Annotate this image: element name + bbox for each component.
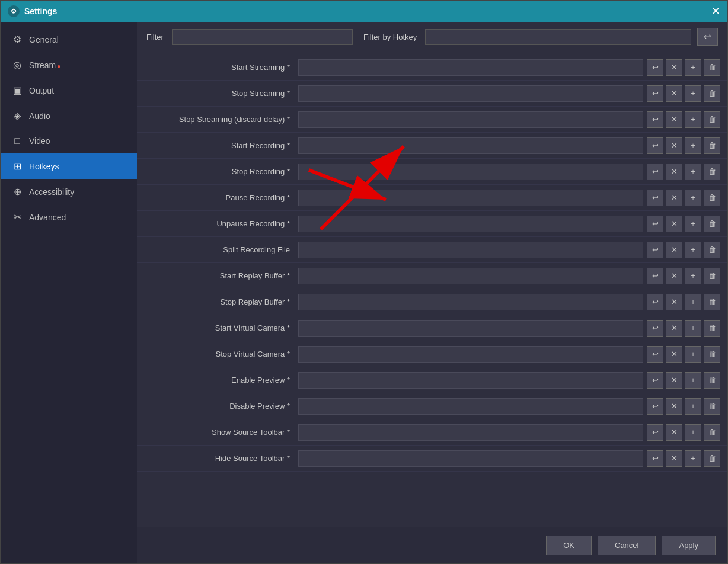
delete-button[interactable]: 🗑 bbox=[704, 398, 720, 415]
undo-button[interactable]: ↩ bbox=[647, 320, 663, 337]
hotkey-row: Stop Streaming *↩✕+🗑 bbox=[137, 81, 727, 107]
add-button[interactable]: + bbox=[685, 137, 701, 154]
hotkey-input[interactable] bbox=[298, 59, 643, 76]
delete-button[interactable]: 🗑 bbox=[704, 346, 720, 363]
filter-input[interactable] bbox=[172, 29, 353, 45]
cancel-button[interactable]: Cancel bbox=[598, 536, 656, 555]
clear-button[interactable]: ✕ bbox=[666, 346, 682, 363]
undo-button[interactable]: ↩ bbox=[647, 137, 663, 154]
undo-button[interactable]: ↩ bbox=[647, 164, 663, 180]
clear-button[interactable]: ✕ bbox=[666, 85, 682, 102]
delete-button[interactable]: 🗑 bbox=[704, 164, 720, 180]
delete-button[interactable]: 🗑 bbox=[704, 450, 720, 467]
delete-button[interactable]: 🗑 bbox=[704, 190, 720, 206]
delete-button[interactable]: 🗑 bbox=[704, 242, 720, 258]
delete-button[interactable]: 🗑 bbox=[704, 111, 720, 128]
delete-button[interactable]: 🗑 bbox=[704, 85, 720, 102]
filter-hotkey-input[interactable] bbox=[425, 29, 691, 45]
clear-button[interactable]: ✕ bbox=[666, 164, 682, 180]
undo-button[interactable]: ↩ bbox=[647, 424, 663, 441]
add-button[interactable]: + bbox=[685, 111, 701, 128]
hotkey-input[interactable] bbox=[298, 268, 643, 284]
undo-button[interactable]: ↩ bbox=[647, 111, 663, 128]
add-button[interactable]: + bbox=[685, 59, 701, 76]
clear-button[interactable]: ✕ bbox=[666, 372, 682, 389]
hotkey-input[interactable] bbox=[298, 137, 643, 154]
undo-button[interactable]: ↩ bbox=[647, 346, 663, 363]
sidebar-item-accessibility[interactable]: ⊕Accessibility bbox=[1, 179, 137, 204]
clear-button[interactable]: ✕ bbox=[666, 268, 682, 284]
add-button[interactable]: + bbox=[685, 85, 701, 102]
delete-button[interactable]: 🗑 bbox=[704, 372, 720, 389]
add-button[interactable]: + bbox=[685, 320, 701, 337]
clear-button[interactable]: ✕ bbox=[666, 450, 682, 467]
sidebar-label-hotkeys: Hotkeys bbox=[29, 162, 59, 171]
undo-button[interactable]: ↩ bbox=[647, 398, 663, 415]
close-button[interactable]: ✕ bbox=[711, 6, 720, 17]
back-button[interactable]: ↩ bbox=[697, 28, 718, 46]
delete-button[interactable]: 🗑 bbox=[704, 137, 720, 154]
undo-button[interactable]: ↩ bbox=[647, 242, 663, 258]
apply-button[interactable]: Apply bbox=[662, 536, 716, 555]
sidebar-item-advanced[interactable]: ✂Advanced bbox=[1, 204, 137, 230]
undo-button[interactable]: ↩ bbox=[647, 294, 663, 310]
clear-button[interactable]: ✕ bbox=[666, 111, 682, 128]
sidebar-item-audio[interactable]: ◈Audio bbox=[1, 103, 137, 129]
sidebar-item-stream[interactable]: ◎Stream● bbox=[1, 52, 137, 78]
add-button[interactable]: + bbox=[685, 398, 701, 415]
add-button[interactable]: + bbox=[685, 268, 701, 284]
sidebar-item-general[interactable]: ⚙General bbox=[1, 27, 137, 52]
sidebar-item-output[interactable]: ▣Output bbox=[1, 78, 137, 103]
hotkey-input[interactable] bbox=[298, 164, 643, 180]
sidebar-label-accessibility: Accessibility bbox=[29, 187, 74, 197]
add-button[interactable]: + bbox=[685, 346, 701, 363]
add-button[interactable]: + bbox=[685, 216, 701, 232]
clear-button[interactable]: ✕ bbox=[666, 59, 682, 76]
hotkey-input[interactable] bbox=[298, 424, 643, 441]
add-button[interactable]: + bbox=[685, 372, 701, 389]
sidebar-item-video[interactable]: □Video bbox=[1, 129, 137, 153]
add-button[interactable]: + bbox=[685, 190, 701, 206]
undo-button[interactable]: ↩ bbox=[647, 85, 663, 102]
clear-button[interactable]: ✕ bbox=[666, 242, 682, 258]
hotkey-input[interactable] bbox=[298, 111, 643, 128]
hotkey-input[interactable] bbox=[298, 294, 643, 310]
ok-button[interactable]: OK bbox=[546, 536, 592, 555]
delete-button[interactable]: 🗑 bbox=[704, 424, 720, 441]
hotkey-input[interactable] bbox=[298, 398, 643, 415]
add-button[interactable]: + bbox=[685, 450, 701, 467]
hotkey-input[interactable] bbox=[298, 320, 643, 337]
clear-button[interactable]: ✕ bbox=[666, 320, 682, 337]
clear-button[interactable]: ✕ bbox=[666, 190, 682, 206]
undo-button[interactable]: ↩ bbox=[647, 190, 663, 206]
clear-button[interactable]: ✕ bbox=[666, 424, 682, 441]
hotkey-input[interactable] bbox=[298, 450, 643, 467]
undo-button[interactable]: ↩ bbox=[647, 372, 663, 389]
sidebar-item-hotkeys[interactable]: ⊞Hotkeys bbox=[1, 153, 137, 179]
hotkey-input[interactable] bbox=[298, 85, 643, 102]
hotkey-input[interactable] bbox=[298, 216, 643, 232]
hotkey-input[interactable] bbox=[298, 190, 643, 206]
add-button[interactable]: + bbox=[685, 164, 701, 180]
add-button[interactable]: + bbox=[685, 424, 701, 441]
sidebar-label-output: Output bbox=[29, 86, 54, 95]
undo-button[interactable]: ↩ bbox=[647, 268, 663, 284]
undo-button[interactable]: ↩ bbox=[647, 216, 663, 232]
clear-button[interactable]: ✕ bbox=[666, 137, 682, 154]
clear-button[interactable]: ✕ bbox=[666, 398, 682, 415]
hotkey-input[interactable] bbox=[298, 346, 643, 363]
add-button[interactable]: + bbox=[685, 294, 701, 310]
hotkey-input[interactable] bbox=[298, 242, 643, 258]
clear-button[interactable]: ✕ bbox=[666, 294, 682, 310]
delete-button[interactable]: 🗑 bbox=[704, 216, 720, 232]
delete-button[interactable]: 🗑 bbox=[704, 294, 720, 310]
clear-button[interactable]: ✕ bbox=[666, 216, 682, 232]
add-button[interactable]: + bbox=[685, 242, 701, 258]
hotkey-input[interactable] bbox=[298, 372, 643, 389]
delete-button[interactable]: 🗑 bbox=[704, 268, 720, 284]
undo-button[interactable]: ↩ bbox=[647, 450, 663, 467]
hotkey-label: Stop Streaming * bbox=[144, 89, 298, 98]
delete-button[interactable]: 🗑 bbox=[704, 320, 720, 337]
undo-button[interactable]: ↩ bbox=[647, 59, 663, 76]
delete-button[interactable]: 🗑 bbox=[704, 59, 720, 76]
